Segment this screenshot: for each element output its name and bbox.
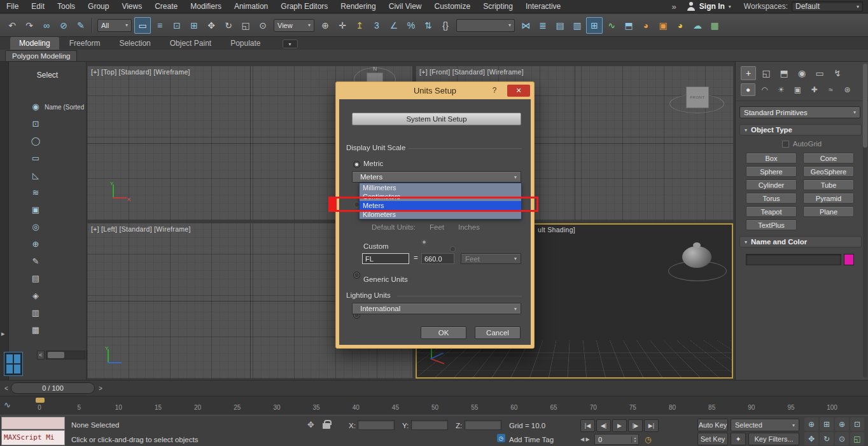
selection-filter-dropdown[interactable]: All ▾: [97, 19, 132, 32]
toolbar-icon-1[interactable]: ≡: [151, 17, 168, 34]
menu-item-12[interactable]: Scripting: [477, 0, 519, 13]
select-tool-icon-10[interactable]: ▤: [29, 272, 42, 284]
select-tool-icon-3[interactable]: ▭: [29, 151, 42, 164]
playback-button-4[interactable]: ▶|: [644, 419, 659, 432]
viewport-front-label[interactable]: [+] [Front] [Standard] [Wireframe]: [419, 68, 524, 76]
metric-radio[interactable]: [353, 161, 360, 168]
toolbar-icon-4[interactable]: ⊞: [586, 17, 603, 34]
track-bar[interactable]: ∿ 05101520253035404550556065707580859095…: [0, 396, 868, 415]
prev-frame-mini-icon[interactable]: ◀: [580, 436, 584, 442]
create-category-icon-6[interactable]: ⊛: [840, 83, 855, 96]
custom-radio[interactable]: [353, 272, 360, 279]
select-tool-icon-6[interactable]: ▣: [29, 203, 42, 216]
menu-item-2[interactable]: Tools: [51, 0, 81, 13]
toolbar-icon-0[interactable]: ⊕: [317, 17, 333, 34]
primitive-button-9[interactable]: Plane: [803, 206, 854, 217]
command-tab-icon-5[interactable]: ↯: [830, 66, 845, 80]
select-tool-icon-13[interactable]: ▦: [29, 323, 42, 336]
select-tool-icon-12[interactable]: ▥: [29, 306, 42, 319]
object-type-rollout[interactable]: ▾ Object Type: [739, 124, 862, 136]
dialog-title[interactable]: Units Setup: [336, 82, 534, 99]
primitive-button-0[interactable]: Box: [746, 153, 797, 164]
create-category-icon-0[interactable]: ●: [741, 83, 755, 96]
dialog-close-button[interactable]: ✕: [507, 85, 530, 97]
system-unit-setup-button[interactable]: System Unit Setup: [352, 113, 521, 125]
next-frame-mini-icon[interactable]: ▶: [585, 436, 589, 442]
toolbar-icon-5[interactable]: ∿: [603, 17, 620, 34]
toolbar-icon-8[interactable]: ▣: [655, 17, 671, 34]
primitive-button-1[interactable]: Cone: [803, 153, 854, 164]
feet-radio[interactable]: [421, 239, 428, 246]
command-tab-icon-1[interactable]: ◱: [759, 66, 774, 80]
primitive-button-6[interactable]: Torus: [746, 193, 797, 204]
scroll-track[interactable]: [46, 351, 85, 359]
previous-frame-button[interactable]: <: [3, 383, 10, 393]
current-frame-field[interactable]: 0 ▴ ▾: [594, 434, 639, 445]
panel-expand-arrow[interactable]: ▸: [1, 330, 5, 338]
toolbar-icon-7[interactable]: {}: [437, 17, 454, 34]
primitive-button-10[interactable]: TextPlus: [746, 220, 797, 230]
menu-item-3[interactable]: Group: [81, 0, 115, 13]
toolbar-icon-4[interactable]: ✥: [203, 17, 220, 34]
toolbar-overflow-icon[interactable]: »: [672, 2, 676, 11]
viewport-nav-icon-2[interactable]: ⊕: [835, 417, 849, 431]
dialog-help-button[interactable]: ?: [489, 85, 500, 95]
object-color-swatch[interactable]: [844, 254, 854, 265]
viewport-perspective-label-partial[interactable]: ult Shading]: [538, 226, 575, 233]
unit-option-0[interactable]: Millimeters: [360, 183, 521, 192]
z-coordinate-field[interactable]: [465, 420, 501, 430]
maxscript-mini-listener[interactable]: MAXScript Mi: [1, 430, 65, 445]
ribbon-tab-0[interactable]: Modeling: [10, 37, 59, 50]
menu-item-6[interactable]: Modifiers: [184, 0, 228, 13]
viewport-nav-icon-2[interactable]: ⊙: [835, 432, 849, 445]
primitive-button-7[interactable]: Pyramid: [803, 193, 854, 204]
toolbar-icon-0[interactable]: ▭: [134, 17, 151, 34]
primitive-button-5[interactable]: Tube: [803, 179, 854, 190]
menu-item-13[interactable]: Interactive: [519, 0, 567, 13]
toolbar-icon-5[interactable]: ↻: [220, 17, 237, 34]
select-tool-icon-8[interactable]: ⊕: [29, 237, 42, 250]
custom-label[interactable]: Custom: [363, 242, 389, 250]
viewport-nav-icon-1[interactable]: ⊞: [820, 417, 834, 431]
primitive-category-dropdown[interactable]: Standard Primitives ▾: [739, 106, 860, 118]
toolbar-icon-3[interactable]: 3: [368, 17, 385, 34]
toolbar-icon-11[interactable]: ▦: [706, 17, 723, 34]
metric-label[interactable]: Metric: [363, 160, 383, 167]
toolbar-icon-6[interactable]: ⬒: [620, 17, 637, 34]
reference-coordsys-dropdown[interactable]: View ▾: [274, 19, 314, 32]
command-tab-icon-3[interactable]: ◉: [794, 66, 809, 80]
toolbar-icon-3[interactable]: ⊞: [186, 17, 202, 34]
select-tool-icon-2[interactable]: ◯: [29, 134, 42, 147]
generic-units-label[interactable]: Generic Units: [363, 275, 408, 283]
ribbon-tab-3[interactable]: Object Paint: [161, 37, 220, 50]
toolbar-icon-10[interactable]: ☁: [689, 17, 706, 34]
menu-item-11[interactable]: Customize: [428, 0, 477, 13]
add-time-tag[interactable]: Add Time Tag: [509, 436, 554, 443]
toolbar-icon-1[interactable]: ✛: [334, 17, 351, 34]
time-slider-handle[interactable]: [36, 398, 45, 403]
menu-item-0[interactable]: File: [0, 0, 25, 13]
time-slider[interactable]: 0 / 100: [11, 382, 95, 394]
sign-in-caret-icon[interactable]: ▾: [729, 4, 731, 10]
menu-item-10[interactable]: Civil View: [382, 0, 428, 13]
toolbar-icon-5[interactable]: %: [403, 17, 419, 34]
primitive-button-3[interactable]: GeoSphere: [803, 166, 854, 177]
x-coordinate-field[interactable]: [358, 420, 395, 430]
menu-item-7[interactable]: Animation: [228, 0, 274, 13]
create-category-icon-3[interactable]: ▣: [790, 83, 805, 96]
create-category-icon-1[interactable]: ◠: [757, 83, 772, 96]
ribbon-tab-2[interactable]: Selection: [110, 37, 159, 50]
y-coordinate-field[interactable]: [411, 420, 448, 430]
select-tool-icon-0[interactable]: ◉: [29, 100, 42, 113]
mini-curve-editor-icon[interactable]: ∿: [4, 400, 11, 410]
keyable-icon[interactable]: ✦: [731, 433, 746, 445]
inches-radio[interactable]: [449, 246, 456, 253]
select-tool-icon-1[interactable]: ⊡: [29, 117, 42, 130]
custom-value-field[interactable]: 660.0: [421, 253, 454, 264]
toolbar-icon-0[interactable]: ⋈: [517, 17, 534, 34]
viewport-top-label[interactable]: [+] [Top] [Standard] [Wireframe]: [91, 68, 190, 76]
scroll-left-button[interactable]: <: [37, 351, 45, 359]
viewport-nav-icon-0[interactable]: ⊕: [804, 417, 818, 431]
command-panel-scrollbar[interactable]: [863, 64, 867, 377]
viewport-nav-icon-3[interactable]: ◱: [850, 432, 864, 445]
